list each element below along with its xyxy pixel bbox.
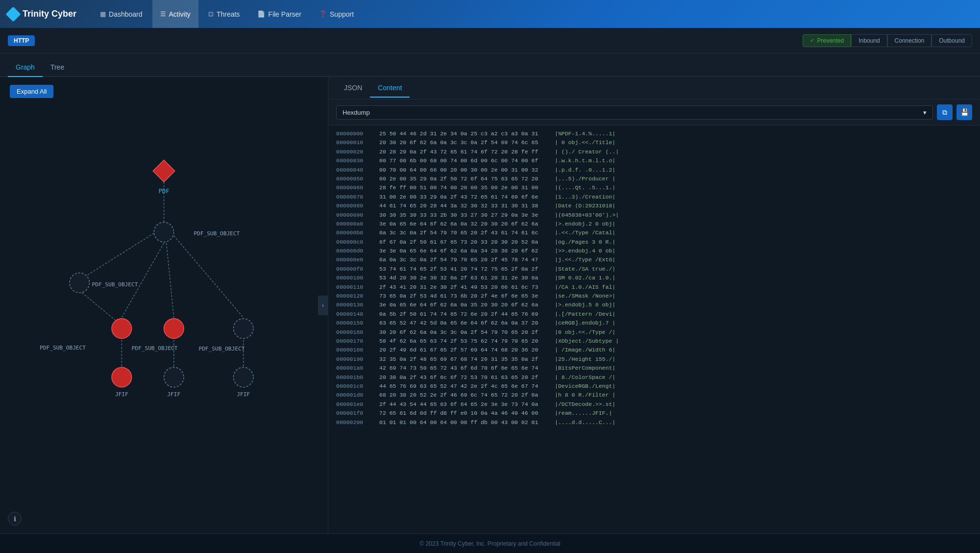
hex-ascii: |State./SA true./| xyxy=(555,265,615,274)
tab-json[interactable]: JSON xyxy=(336,79,370,98)
hex-ascii: |XObject./Subtype | xyxy=(555,337,619,346)
hex-addr: 00000200 xyxy=(336,418,375,427)
hex-bytes: 58 4f 62 6a 65 63 74 2f 53 75 62 74 79 7… xyxy=(379,337,551,346)
hex-ascii: | 8./ColorSpace /| xyxy=(555,373,615,382)
hex-ascii: |25./Height 155./| xyxy=(555,355,615,364)
hex-addr: 00000030 xyxy=(336,156,375,165)
pill-prevented[interactable]: Prevented xyxy=(803,34,851,47)
inbound-label: Inbound xyxy=(858,37,880,44)
nav-item-file-parser[interactable]: 📄 File Parser xyxy=(249,0,309,28)
hexdump-toolbar: Hexdump ▾ ⧉ 💾 xyxy=(328,100,980,126)
tab-graph[interactable]: Graph xyxy=(8,58,43,77)
node-pdf-sub2[interactable] xyxy=(70,273,90,293)
pill-inbound[interactable]: Inbound xyxy=(851,34,887,47)
hex-addr: 000001a0 xyxy=(336,364,375,373)
hex-addr: 00000170 xyxy=(336,337,375,346)
hex-ascii: |DeviceRGB./Lengt| xyxy=(555,382,615,391)
hex-row: 0000018020 2f 49 6d 61 67 65 2f 57 69 64… xyxy=(336,346,972,354)
expand-all-button[interactable]: Expand All xyxy=(10,85,53,98)
hexdump-select[interactable]: Hexdump ▾ xyxy=(336,105,933,120)
save-button[interactable]: 💾 xyxy=(956,104,972,120)
node-pdf-sub3[interactable] xyxy=(112,319,132,339)
hex-addr: 000000f0 xyxy=(336,265,375,274)
hexdump-content: 0000000025 50 44 46 2d 31 2e 34 0a 25 c3… xyxy=(328,126,980,533)
hex-addr: 000000e0 xyxy=(336,255,375,264)
hex-addr: 000001b0 xyxy=(336,373,375,382)
hex-bytes: 72 65 61 6d 0d ff d8 ff e0 10 0a 4a 46 4… xyxy=(379,409,551,418)
copy-button[interactable]: ⧉ xyxy=(937,104,953,120)
hex-ascii: |(....Qt. .5...1.| xyxy=(555,183,615,192)
hex-bytes: 2f 43 41 20 31 2e 30 2f 41 49 53 20 66 6… xyxy=(379,283,551,292)
hex-bytes: 0a 5b 2f 50 61 74 74 65 72 6e 20 2f 44 6… xyxy=(379,310,551,319)
node-jfif2[interactable] xyxy=(164,367,184,387)
hex-ascii: |>.endobj.5 0 obj| xyxy=(555,301,615,309)
hex-row: 000000c06f 67 0a 2f 50 61 67 65 73 20 33… xyxy=(336,238,972,247)
hex-addr: 00000100 xyxy=(336,274,375,282)
node-pdf-sub2-label: PDF_SUB_OBJECT xyxy=(92,281,138,288)
node-pdf-sub5[interactable] xyxy=(233,319,253,339)
tab-content[interactable]: Content xyxy=(370,79,410,98)
connection-label: Connection xyxy=(895,37,925,44)
hex-bytes: 2f 44 43 54 44 65 63 6f 64 65 2e 3e 3e 7… xyxy=(379,400,551,409)
hex-row: 000000b00a 3c 3c 0a 2f 54 79 70 65 20 2f… xyxy=(336,228,972,237)
hex-row: 0000008044 61 74 65 20 28 44 3a 32 30 32… xyxy=(336,201,972,210)
hex-ascii: |.<<./Type /Catal| xyxy=(555,228,615,237)
hex-ascii: |Date (D:20231018| xyxy=(555,201,615,210)
hex-bytes: 00 70 00 64 00 66 00 20 00 30 00 2e 00 3… xyxy=(379,166,551,175)
hex-ascii: |>>.endobj.4 0 ob| xyxy=(555,247,615,255)
hex-row: 0000016030 20 6f 62 6a 0a 3c 3c 0a 2f 54… xyxy=(336,328,972,337)
node-jfif3-label: JFIF xyxy=(237,391,250,398)
node-pdf-root[interactable] xyxy=(153,160,175,182)
hex-bytes: 53 4d 20 30 2e 30 32 0a 2f 63 61 20 31 2… xyxy=(379,274,551,282)
hex-bytes: 3e 3e 0a 65 6e 64 6f 62 6a 0a 34 20 30 2… xyxy=(379,247,551,255)
node-jfif1[interactable] xyxy=(112,367,132,387)
svg-point-14 xyxy=(233,319,253,339)
svg-point-15 xyxy=(112,367,132,387)
http-badge[interactable]: HTTP xyxy=(8,35,35,46)
hex-row: 0000002020 28 29 0a 2f 43 72 65 61 74 6f… xyxy=(336,148,972,156)
hex-bytes: 00 77 00 6b 00 68 00 74 00 6d 00 6c 00 7… xyxy=(379,156,551,165)
node-pdf-label: PDF xyxy=(159,188,170,195)
hex-row: 000001b020 38 0a 2f 43 6f 6c 6f 72 53 70… xyxy=(336,373,972,382)
nav-item-support[interactable]: ❓ Support xyxy=(311,0,362,28)
nav-label-file-parser: File Parser xyxy=(268,10,301,18)
nav-item-dashboard[interactable]: ▦ Dashboard xyxy=(92,0,150,28)
hex-bytes: 28 fe ff 00 51 00 74 00 20 00 35 00 2e 0… xyxy=(379,183,551,192)
hex-row: 000001102f 43 41 20 31 2e 30 2f 41 49 53… xyxy=(336,283,972,292)
hex-bytes: 53 74 61 74 65 2f 53 41 20 74 72 75 65 2… xyxy=(379,265,551,274)
file-parser-icon: 📄 xyxy=(257,10,265,18)
expand-arrow[interactable]: › xyxy=(318,296,328,315)
info-button[interactable]: ℹ xyxy=(8,512,22,526)
hex-addr: 000000c0 xyxy=(336,238,375,247)
nav-item-activity[interactable]: ☰ Activity xyxy=(152,0,198,28)
svg-line-4 xyxy=(174,236,244,318)
svg-marker-9 xyxy=(153,160,175,182)
main-content: Expand All PDF xyxy=(0,77,980,533)
hex-addr: 00000140 xyxy=(336,310,375,319)
hex-addr: 00000060 xyxy=(336,183,375,192)
node-pdf-sub1[interactable] xyxy=(154,222,174,242)
node-jfif3[interactable] xyxy=(233,367,253,387)
hex-row: 000000a03e 0a 65 6e 64 6f 62 6a 0a 32 20… xyxy=(336,220,972,228)
node-pdf-sub3-label: PDF_SUB_OBJECT xyxy=(40,345,86,351)
tab-tree[interactable]: Tree xyxy=(43,58,72,77)
hex-row: 000000d03e 3e 0a 65 6e 64 6f 62 6a 0a 34… xyxy=(336,247,972,255)
graph-panel: Expand All PDF xyxy=(0,77,328,533)
hex-ascii: |og./Pages 3 0 R.| xyxy=(555,238,615,247)
hex-bytes: 31 00 2e 00 33 29 0a 2f 43 72 65 61 74 6… xyxy=(379,193,551,201)
hex-bytes: 01 01 01 00 64 00 64 00 00 ff db 00 43 0… xyxy=(379,418,551,427)
hex-bytes: 68 20 38 20 52 2e 2f 46 69 6c 74 65 72 2… xyxy=(379,391,551,400)
hex-addr: 000001d0 xyxy=(336,391,375,400)
pill-connection[interactable]: Connection xyxy=(887,34,932,47)
main-nav: ▦ Dashboard ☰ Activity ⊡ Threats 📄 File … xyxy=(92,0,362,28)
hex-bytes: 30 30 35 30 33 33 2b 30 33 27 30 27 29 0… xyxy=(379,211,551,220)
hex-bytes: 32 35 0a 2f 48 65 69 67 68 74 20 31 35 3… xyxy=(379,355,551,364)
hex-addr: 00000110 xyxy=(336,283,375,292)
svg-point-13 xyxy=(164,319,184,339)
activity-icon: ☰ xyxy=(160,10,166,18)
pill-outbound[interactable]: Outbound xyxy=(931,34,972,47)
node-pdf-sub4[interactable] xyxy=(164,319,184,339)
view-tabs: Graph Tree xyxy=(0,53,980,77)
footer: © 2023 Trinity Cyber, Inc. Proprietary a… xyxy=(0,533,980,553)
nav-item-threats[interactable]: ⊡ Threats xyxy=(200,0,247,28)
